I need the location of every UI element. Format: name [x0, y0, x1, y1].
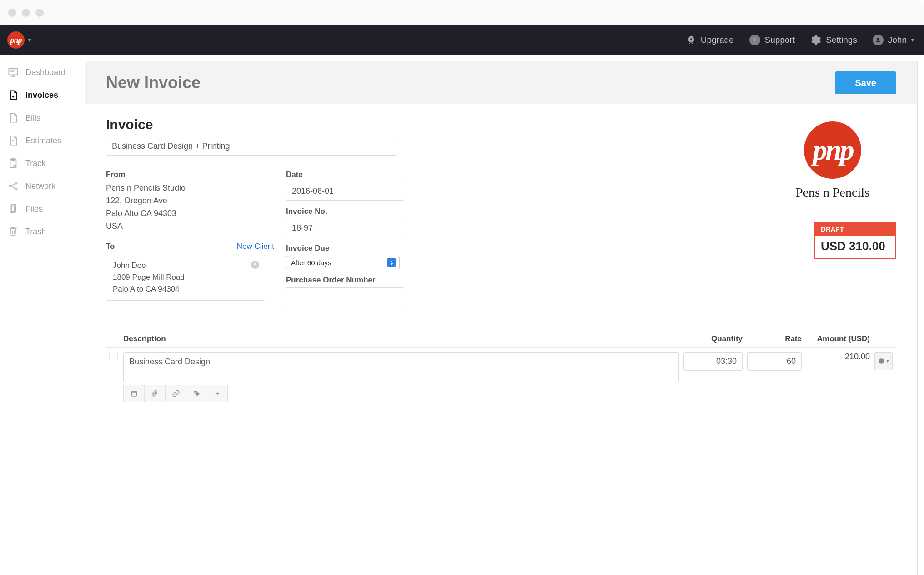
to-line: 1809 Page Mill Road: [113, 272, 258, 283]
svg-point-3: [14, 165, 16, 167]
col-description: Description: [123, 334, 679, 343]
date-input[interactable]: [286, 182, 404, 201]
bill-icon: [7, 112, 19, 124]
traffic-light-close[interactable]: [8, 9, 16, 17]
sidebar-item-label: Network: [25, 182, 55, 191]
nav-support[interactable]: ? Support: [749, 35, 795, 45]
monitor-icon: [7, 66, 19, 78]
select-arrows-icon: ▴▾: [387, 258, 396, 267]
line-amount: 210.00: [806, 352, 870, 362]
nav-support-label: Support: [765, 35, 795, 45]
nav-upgrade[interactable]: Upgrade: [686, 35, 734, 45]
estimate-icon: [7, 135, 19, 146]
chevron-down-icon: ▾: [911, 37, 914, 43]
clipboard-icon: [7, 157, 19, 169]
line-description-input[interactable]: Business Card Design: [123, 352, 679, 382]
svg-rect-7: [131, 391, 136, 396]
sidebar-item-label: Trash: [25, 227, 46, 237]
sidebar-item-trash[interactable]: Trash: [0, 220, 85, 243]
svg-point-5: [15, 182, 17, 184]
sidebar-item-label: Bills: [25, 113, 40, 123]
new-client-link[interactable]: New Client: [237, 242, 274, 251]
gear-icon: [878, 358, 885, 365]
nav-upgrade-label: Upgrade: [701, 35, 734, 45]
files-icon: [7, 203, 19, 215]
sidebar-item-label: Track: [25, 159, 45, 168]
invoice-total: USD 310.00: [815, 236, 895, 258]
page-header: New Invoice Save: [85, 61, 917, 104]
invoice-heading: Invoice: [106, 117, 760, 132]
company-name: Pens n Pencils: [769, 185, 896, 200]
traffic-light-min[interactable]: [22, 9, 30, 17]
save-button[interactable]: Save: [835, 71, 896, 94]
calendar-icon[interactable]: [123, 385, 144, 402]
sidebar-item-dashboard[interactable]: Dashboard: [0, 61, 85, 84]
due-select-value: After 60 days: [291, 259, 331, 267]
line-qty-input[interactable]: [683, 352, 743, 371]
col-rate: Rate: [747, 334, 802, 343]
invoice-subject-input[interactable]: [106, 137, 397, 156]
from-label: From: [106, 170, 274, 179]
top-bar: pnp ▾ Upgrade ? Support Settings John ▾: [0, 25, 924, 55]
due-label: Invoice Due: [286, 244, 404, 253]
to-label: To: [106, 242, 115, 251]
user-icon: [873, 35, 884, 45]
sidebar: Dashboard Invoices Bills Estimates Track…: [0, 55, 85, 575]
client-card[interactable]: John Doe 1809 Page Mill Road Palo Alto C…: [106, 255, 265, 301]
sidebar-item-label: Dashboard: [25, 68, 65, 77]
line-toolbar: ＋: [123, 385, 679, 402]
traffic-light-max[interactable]: [35, 9, 44, 17]
from-line: Palo Alto CA 94303: [106, 207, 274, 220]
page-title: New Invoice: [106, 73, 201, 92]
svg-point-6: [15, 188, 17, 190]
from-line: 122, Oregon Ave: [106, 195, 274, 207]
to-line: Palo Alto CA 94304: [113, 283, 258, 295]
from-line: Pens n Pencils Studio: [106, 182, 274, 195]
line-rate-input[interactable]: [747, 352, 802, 371]
sidebar-item-estimates[interactable]: Estimates: [0, 129, 85, 152]
nav-user-label: John: [888, 35, 907, 45]
chevron-down-icon: ▾: [28, 37, 31, 43]
from-line: USA: [106, 220, 274, 233]
due-select[interactable]: After 60 days ▴▾: [286, 256, 400, 269]
sidebar-item-bills[interactable]: Bills: [0, 106, 85, 129]
paperclip-icon[interactable]: [144, 385, 165, 402]
plus-icon[interactable]: ＋: [207, 385, 228, 402]
svg-point-4: [9, 185, 11, 187]
nav-user[interactable]: John ▾: [873, 35, 914, 45]
gear-icon: [810, 35, 821, 45]
status-badge: DRAFT: [815, 222, 895, 236]
sidebar-item-label: Files: [25, 204, 43, 214]
sidebar-item-label: Estimates: [25, 136, 61, 146]
brand-badge-icon: pnp: [7, 31, 25, 49]
po-label: Purchase Order Number: [286, 276, 404, 285]
window-chrome: [0, 0, 924, 25]
invoice-no-input[interactable]: [286, 219, 404, 237]
sidebar-item-track[interactable]: Track: [0, 152, 85, 175]
col-amount: Amount (USD): [806, 334, 870, 343]
sidebar-item-label: Invoices: [25, 91, 58, 100]
link-icon[interactable]: [165, 385, 186, 402]
brand-menu[interactable]: pnp ▾: [7, 31, 31, 49]
company-logo-icon: pnp: [804, 121, 861, 179]
question-icon: ?: [749, 35, 760, 45]
nav-settings-label: Settings: [826, 35, 857, 45]
network-icon: [7, 180, 19, 192]
date-label: Date: [286, 170, 404, 179]
sidebar-item-files[interactable]: Files: [0, 197, 85, 220]
nav-settings[interactable]: Settings: [810, 35, 857, 45]
line-gear-button[interactable]: ▼: [874, 352, 893, 370]
invoice-no-label: Invoice No.: [286, 207, 404, 216]
trash-icon: [7, 226, 19, 237]
sidebar-item-network[interactable]: Network: [0, 175, 85, 197]
col-quantity: Quantity: [683, 334, 743, 343]
po-input[interactable]: [286, 288, 404, 306]
drag-handle-icon[interactable]: ⋮⋮: [106, 352, 119, 361]
to-line: John Doe: [113, 260, 258, 272]
invoice-total-box: DRAFT USD 310.00: [814, 222, 896, 259]
clear-client-icon[interactable]: ✕: [251, 261, 259, 269]
invoice-icon: [7, 89, 19, 101]
tag-icon[interactable]: [186, 385, 207, 402]
sidebar-item-invoices[interactable]: Invoices: [0, 84, 85, 106]
rocket-icon: [686, 35, 696, 45]
